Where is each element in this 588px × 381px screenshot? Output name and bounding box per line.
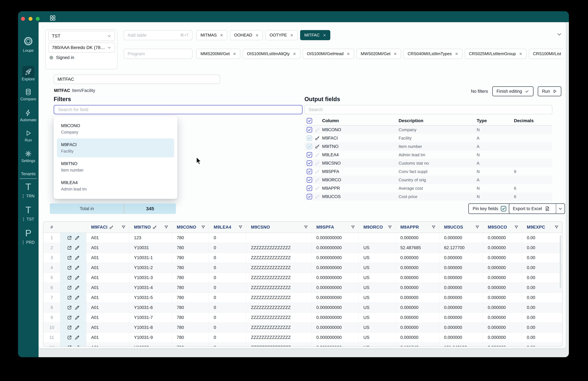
close-icon[interactable] (455, 52, 458, 55)
close-icon[interactable] (255, 34, 259, 37)
field-checkbox[interactable] (307, 194, 312, 199)
open-external-icon[interactable] (67, 275, 72, 280)
filter-funnel-icon[interactable] (431, 225, 436, 229)
open-external-icon[interactable] (67, 335, 72, 340)
table-row[interactable]: 2 (43, 243, 562, 253)
field-checkbox[interactable] (307, 185, 312, 191)
column-header[interactable]: M9ITNO (129, 222, 172, 233)
table-chip[interactable]: OOTYPE (265, 30, 297, 40)
edit-pencil-icon[interactable] (75, 305, 80, 310)
edit-pencil-icon[interactable] (75, 265, 80, 270)
program-chip[interactable]: CRS040MI/LstItmTypes (403, 49, 462, 59)
run-button[interactable]: Run (538, 86, 562, 96)
edit-pencil-icon[interactable] (75, 285, 80, 290)
program-chip[interactable]: CRS100MI/List (529, 49, 563, 59)
sidebar-item-compare[interactable]: Compare (18, 89, 39, 101)
field-checkbox[interactable] (307, 177, 312, 183)
field-checkbox[interactable] (307, 152, 312, 157)
select-all-checkbox[interactable] (307, 118, 312, 123)
field-option[interactable]: M9CSNO (54, 195, 177, 199)
table-row[interactable]: 3 (43, 253, 562, 263)
program-chip[interactable]: MMS200MI/Get (196, 49, 240, 59)
close-icon[interactable] (323, 34, 326, 37)
open-external-icon[interactable] (67, 265, 72, 270)
column-header[interactable]: M9UCOS (439, 222, 483, 233)
finish-editing-button[interactable]: Finish editing (492, 86, 534, 96)
edit-pencil-icon[interactable] (75, 295, 80, 300)
column-header[interactable]: M9CSNO (246, 222, 312, 233)
open-external-icon[interactable] (67, 255, 72, 260)
filter-funnel-icon[interactable] (554, 225, 559, 229)
close-icon[interactable] (220, 34, 223, 37)
edit-pencil-icon[interactable] (75, 255, 80, 260)
edit-pencil-icon[interactable] (75, 275, 80, 280)
add-table-input[interactable]: Add table ⌘+T (124, 30, 192, 40)
field-option[interactable]: M9ITNO Item number (54, 157, 177, 176)
table-chip[interactable]: MITMAS (196, 30, 227, 40)
open-external-icon[interactable] (67, 235, 72, 241)
filter-funnel-icon[interactable] (351, 225, 355, 229)
column-header[interactable]: M9EXPC (522, 222, 562, 233)
minimize-button[interactable] (29, 17, 32, 21)
close-icon[interactable] (519, 52, 522, 55)
column-header[interactable]: M9FACI (86, 222, 129, 233)
column-header[interactable]: M9ORCO (358, 222, 396, 233)
open-external-icon[interactable] (67, 345, 72, 347)
zoom-button[interactable] (36, 17, 40, 21)
table-name-input[interactable]: MITFAC (54, 75, 220, 84)
sidebar-item-explore[interactable]: Explore (18, 68, 39, 81)
column-header[interactable]: M9LEA4 (209, 222, 246, 233)
table-row[interactable]: 9 (43, 313, 562, 323)
kebab-menu-icon[interactable] (22, 194, 24, 198)
column-header[interactable]: M9SOCO (483, 222, 522, 233)
table-row[interactable]: 5 (43, 273, 562, 283)
table-row[interactable]: 6 (43, 283, 562, 293)
open-external-icon[interactable] (67, 245, 72, 250)
close-icon[interactable] (293, 52, 296, 55)
open-external-icon[interactable] (67, 285, 72, 290)
open-external-icon[interactable] (67, 315, 72, 320)
pin-key-fields-button[interactable]: Pin key fields (468, 203, 511, 214)
program-chip[interactable]: CRS025MI/LstItemGroup (465, 49, 526, 59)
filter-search-input[interactable]: Search for field (54, 105, 302, 114)
open-external-icon[interactable] (67, 295, 72, 300)
export-excel-button[interactable]: Export to Excel (509, 203, 565, 214)
output-search-input[interactable]: Search (304, 105, 552, 114)
field-option[interactable]: M9CONO Company (54, 119, 177, 138)
filter-funnel-icon[interactable] (238, 225, 243, 229)
filter-funnel-icon[interactable] (514, 225, 519, 229)
tenant-item[interactable]: P PRD (22, 228, 35, 245)
table-scrollbar[interactable] (560, 235, 561, 288)
sidebar-item-settings[interactable]: Settings (18, 150, 39, 163)
table-row[interactable]: 10 (43, 323, 562, 333)
close-icon[interactable] (290, 34, 293, 37)
open-external-icon[interactable] (67, 305, 72, 310)
table-row[interactable]: 8 (43, 303, 562, 313)
close-button[interactable] (21, 17, 25, 21)
app-grid-icon[interactable] (49, 15, 56, 21)
filter-funnel-icon[interactable] (475, 225, 480, 229)
table-chip[interactable]: OOHEAD (230, 30, 263, 40)
edit-pencil-icon[interactable] (75, 245, 80, 250)
program-chip[interactable]: OIS100MI/GetHead (303, 49, 354, 59)
filter-funnel-icon[interactable] (164, 225, 168, 229)
tenant-item[interactable]: T TRN (22, 181, 34, 198)
close-icon[interactable] (347, 52, 350, 55)
filter-funnel-icon[interactable] (201, 225, 206, 229)
field-checkbox[interactable] (307, 144, 312, 149)
close-icon[interactable] (233, 52, 236, 55)
filter-funnel-icon[interactable] (121, 225, 126, 229)
kebab-menu-icon[interactable] (22, 240, 24, 245)
table-row[interactable]: 11 (43, 333, 562, 343)
column-header[interactable]: M9APPR (396, 222, 439, 233)
field-checkbox[interactable] (307, 169, 312, 174)
sidebar-item-run[interactable]: Run (18, 130, 39, 142)
table-row[interactable]: 12 (43, 343, 562, 347)
table-row[interactable]: 4 (43, 263, 562, 273)
column-header[interactable]: M9SPFA (312, 222, 358, 233)
filter-funnel-icon[interactable] (388, 225, 392, 229)
collapse-chevron-icon[interactable] (556, 31, 562, 37)
edit-pencil-icon[interactable] (75, 345, 80, 347)
kebab-menu-icon[interactable] (22, 217, 24, 221)
field-option[interactable]: M9LEA4 Admin lead tm (54, 176, 177, 195)
